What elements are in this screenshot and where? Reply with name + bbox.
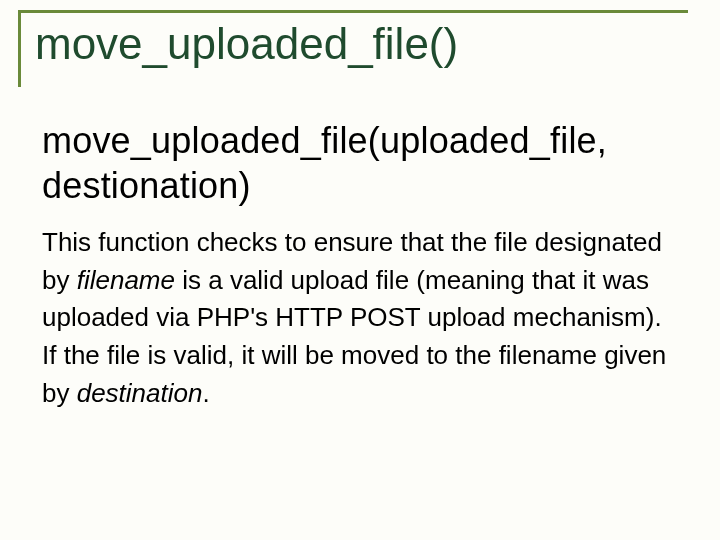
slide: move_uploaded_file() move_uploaded_file(… bbox=[0, 0, 720, 540]
title-container: move_uploaded_file() bbox=[18, 10, 688, 87]
desc-text: . bbox=[202, 378, 209, 408]
param-filename: filename bbox=[77, 265, 175, 295]
slide-title: move_uploaded_file() bbox=[35, 19, 688, 69]
function-signature: move_uploaded_file(uploaded_file, destio… bbox=[42, 118, 682, 208]
param-destination: destination bbox=[77, 378, 203, 408]
function-description: This function checks to ensure that the … bbox=[42, 224, 682, 412]
slide-body: move_uploaded_file(uploaded_file, destio… bbox=[42, 118, 682, 412]
